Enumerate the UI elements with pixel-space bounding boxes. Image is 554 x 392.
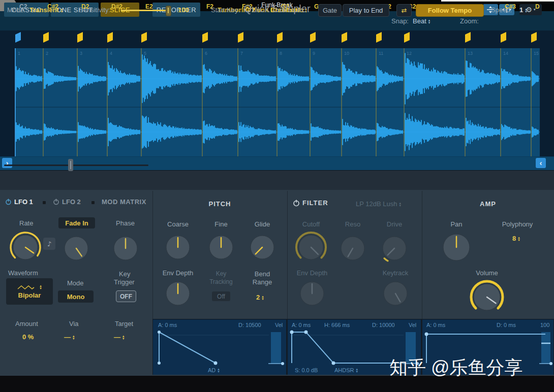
amp-section-title: AMP xyxy=(422,200,554,208)
key-tracking-toggle[interactable]: Off xyxy=(212,291,230,301)
stepper-icon[interactable]: ▴▾ xyxy=(356,368,358,373)
fade-in-selector[interactable]: Fade In xyxy=(58,217,95,228)
pitch-env-vel: Vel xyxy=(275,322,283,328)
via-label: Via xyxy=(69,320,79,328)
keytrack-label: Keytrack xyxy=(375,269,416,277)
quick-sampler-window: Funk Break CLASSIC ONE SHOT SLICE RECORD… xyxy=(0,0,554,392)
filter-env-attack[interactable]: A: 0 ms xyxy=(292,322,311,328)
slice-settings-bar xyxy=(0,170,554,190)
pitch-env-depth-knob[interactable] xyxy=(161,277,195,310)
key-scroll-right-button[interactable]: ‹ xyxy=(536,158,546,168)
tab-lfo1[interactable]: LFO 1 xyxy=(5,198,33,206)
rate-knob[interactable] xyxy=(8,230,43,265)
svg-text:3: 3 xyxy=(80,51,82,56)
pitch-env-mode[interactable]: AD▴▾ xyxy=(208,367,220,373)
lfo-waveform-selector[interactable]: ▴▾ Bipolar xyxy=(6,278,53,305)
key-trigger-toggle[interactable]: OFF xyxy=(116,290,136,302)
pitch-env-attack[interactable]: A: 0 ms xyxy=(158,322,177,328)
tab-mod-matrix[interactable]: MOD MATRIX xyxy=(102,198,146,206)
svg-text:1: 1 xyxy=(18,51,20,56)
divider xyxy=(422,191,422,319)
stepper-icon[interactable]: ▴▾ xyxy=(262,296,264,301)
reso-knob[interactable] xyxy=(336,232,370,265)
pitch-env-decay[interactable]: D: 10500 xyxy=(238,322,261,328)
svg-text:10: 10 xyxy=(344,51,349,56)
lfo-amount-slider[interactable] xyxy=(4,165,148,166)
lfo-amount-slider-handle[interactable] xyxy=(68,159,73,171)
coarse-knob[interactable] xyxy=(161,231,195,264)
stepper-icon[interactable]: ▴▾ xyxy=(218,368,220,373)
filter-env-hold[interactable]: H: 666 ms xyxy=(324,322,350,328)
velocity-bar[interactable] xyxy=(541,332,550,364)
note-sync-button[interactable]: ♪ xyxy=(43,238,55,250)
window-edge-highlight xyxy=(441,0,554,2)
via-value[interactable]: —▴▾ xyxy=(64,333,75,341)
pitch-section-title: PITCH xyxy=(152,200,287,208)
waveform-display[interactable]: 123456789101112131415 xyxy=(0,30,554,156)
key-trigger-label: Key xyxy=(119,270,130,278)
drive-knob[interactable] xyxy=(378,232,411,265)
pitch-envelope-graph[interactable] xyxy=(153,320,286,375)
filter-type-value[interactable]: LP 12dB Lush▴▾ xyxy=(356,200,401,208)
bipolar-wave-icon xyxy=(17,284,35,290)
svg-text:4: 4 xyxy=(110,51,112,56)
amp-env-decay[interactable]: D: 0 ms xyxy=(497,322,516,328)
key-trigger-label2: Trigger xyxy=(114,278,135,286)
note-icon: ♪ xyxy=(47,240,51,248)
fade-in-knob[interactable] xyxy=(59,232,93,265)
power-icon xyxy=(53,199,59,205)
amount-label: Amount xyxy=(15,320,38,328)
tab-lfo2[interactable]: LFO 2 xyxy=(53,198,81,206)
power-icon[interactable] xyxy=(293,200,300,207)
watermark: 知乎 @乐鱼分享 xyxy=(389,355,523,380)
stepper-icon[interactable]: ▴▾ xyxy=(122,335,125,340)
amp-env-vel[interactable]: 100 xyxy=(540,322,549,328)
target-value[interactable]: —▴▾ xyxy=(114,333,125,341)
divider xyxy=(152,191,153,319)
velocity-bar[interactable] xyxy=(271,332,281,364)
stepper-icon[interactable]: ▴▾ xyxy=(518,237,520,242)
stepper-icon[interactable]: ▴▾ xyxy=(399,202,401,207)
svg-text:8: 8 xyxy=(280,51,282,56)
svg-text:7: 7 xyxy=(240,51,243,56)
waveform-label: Waveform xyxy=(8,269,38,277)
filter-section-title[interactable]: FILTER xyxy=(293,199,328,207)
slice-key-row xyxy=(0,156,554,171)
pan-knob[interactable] xyxy=(438,229,475,266)
pan-label: Pan xyxy=(436,220,477,228)
coarse-label: Coarse xyxy=(158,220,198,228)
filter-env-depth-knob[interactable] xyxy=(295,277,329,310)
keytrack-knob[interactable] xyxy=(379,277,412,310)
snap-value[interactable]: Beat▴▾ xyxy=(413,17,430,25)
pitch-envelope-panel[interactable]: A: 0 ms D: 10500 Vel AD▴▾ xyxy=(153,319,286,375)
key-tracking-label: Key xyxy=(201,270,241,277)
filter-env-vel: Vel xyxy=(409,322,416,328)
stepper-icon[interactable]: ▴▾ xyxy=(73,335,75,340)
cutoff-label: Cutoff xyxy=(291,220,331,228)
drive-label: Drive xyxy=(374,220,415,228)
filter-env-sustain[interactable]: S: 0.0 dB xyxy=(295,367,318,373)
filter-env-mode[interactable]: AHDSR▴▾ xyxy=(334,367,358,373)
filter-env-decay[interactable]: D: 10000 xyxy=(372,322,395,328)
fine-label: Fine xyxy=(201,220,241,228)
phase-knob[interactable] xyxy=(109,232,142,265)
svg-text:9: 9 xyxy=(313,51,315,56)
lfo-mode-value[interactable]: Mono xyxy=(58,290,94,303)
stepper-icon[interactable]: ▴▾ xyxy=(428,19,430,24)
bend-range-label: Bend xyxy=(242,270,283,278)
svg-text:15: 15 xyxy=(534,51,539,56)
svg-text:11: 11 xyxy=(379,51,383,56)
cutoff-knob[interactable] xyxy=(294,230,328,265)
snap-label: Snap: xyxy=(391,17,409,25)
amp-env-attack[interactable]: A: 0 ms xyxy=(426,322,445,328)
polyphony-value[interactable]: 8▴▾ xyxy=(512,235,520,242)
amount-value[interactable]: 0 % xyxy=(22,333,34,341)
glide-knob[interactable] xyxy=(245,231,279,264)
volume-knob[interactable] xyxy=(469,279,505,315)
divider xyxy=(287,191,288,319)
key-scroll-left-button[interactable]: › xyxy=(2,158,12,168)
bend-range-value[interactable]: 2▴▾ xyxy=(256,293,264,301)
power-icon xyxy=(5,199,12,205)
fine-knob[interactable] xyxy=(204,231,238,264)
stepper-icon: ▴▾ xyxy=(40,285,42,290)
